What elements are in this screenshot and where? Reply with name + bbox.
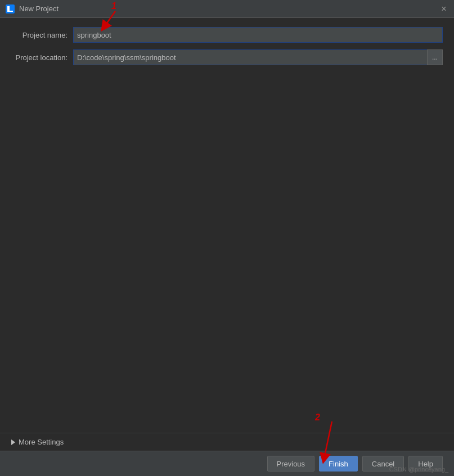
- svg-rect-0: [6, 4, 15, 13]
- button-row: Previous Finish Cancel Help: [0, 451, 454, 476]
- svg-rect-2: [7, 11, 13, 12]
- project-location-input[interactable]: [73, 49, 427, 65]
- finish-button[interactable]: Finish: [319, 456, 358, 472]
- project-name-row: Project name:: [11, 27, 443, 43]
- project-name-label: Project name:: [11, 31, 73, 39]
- title-bar-left: New Project: [6, 4, 59, 13]
- dialog-title: New Project: [19, 4, 59, 13]
- project-name-input[interactable]: [73, 27, 443, 43]
- project-location-label: Project location:: [11, 53, 73, 62]
- previous-button[interactable]: Previous: [267, 456, 315, 472]
- intellij-icon: [6, 4, 15, 13]
- project-location-field-group: ...: [73, 49, 443, 65]
- title-bar: New Project ×: [0, 0, 454, 18]
- dialog-content: Project name: Project location: ...: [0, 18, 454, 433]
- more-settings-toggle[interactable]: More Settings: [11, 438, 64, 446]
- content-spacer: [11, 72, 443, 424]
- more-settings-label: More Settings: [19, 438, 64, 446]
- project-location-row: Project location: ...: [11, 49, 443, 65]
- more-settings-row: More Settings: [0, 433, 454, 451]
- new-project-dialog: New Project × Project name: Project loca…: [0, 0, 454, 476]
- browse-button[interactable]: ...: [427, 49, 443, 65]
- close-button[interactable]: ×: [439, 4, 448, 13]
- expand-triangle-icon: [11, 439, 15, 445]
- cancel-button[interactable]: Cancel: [362, 456, 404, 472]
- help-button[interactable]: Help: [408, 456, 443, 472]
